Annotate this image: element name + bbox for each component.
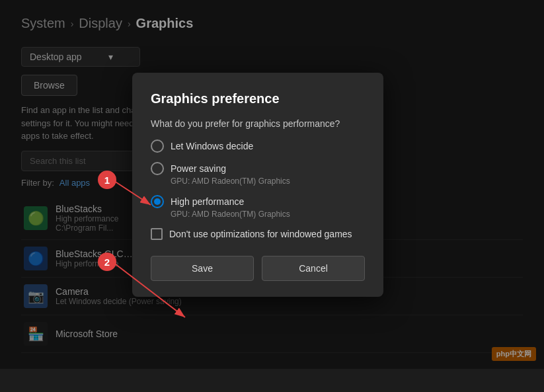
radio-option-high-performance[interactable]: High performance GPU: AMD Radeon(TM) Gra… — [151, 195, 365, 219]
graphics-preference-dialog: Graphics preference What do you prefer f… — [132, 73, 383, 297]
annotation-circle-1: 1 — [98, 171, 116, 189]
radio-power-saving[interactable] — [151, 162, 164, 175]
radio-sub-power-saving: GPU: AMD Radeon(TM) Graphics — [171, 176, 365, 186]
dialog-title: Graphics preference — [151, 91, 365, 106]
radio-sub-high-performance: GPU: AMD Radeon(TM) Graphics — [171, 210, 365, 219]
windowed-games-label: Don't use optimizations for windowed gam… — [169, 229, 352, 239]
annotation-circle-2: 2 — [98, 253, 116, 271]
radio-label-high-performance: High performance — [171, 196, 244, 207]
dialog-buttons: Save Cancel — [151, 256, 365, 281]
save-button[interactable]: Save — [151, 256, 254, 281]
radio-label-power-saving: Power saving — [171, 163, 226, 174]
radio-label-windows-decide: Let Windows decide — [171, 141, 253, 151]
windowed-games-checkbox[interactable] — [151, 228, 163, 240]
dialog-question: What do you prefer for graphics performa… — [151, 118, 365, 129]
radio-option-power-saving[interactable]: Power saving GPU: AMD Radeon(TM) Graphic… — [151, 162, 365, 186]
cancel-button[interactable]: Cancel — [262, 256, 365, 281]
radio-option-windows-decide[interactable]: Let Windows decide — [151, 139, 365, 153]
radio-high-performance[interactable] — [151, 195, 164, 208]
windowed-games-checkbox-row[interactable]: Don't use optimizations for windowed gam… — [151, 228, 365, 240]
radio-windows-decide[interactable] — [151, 139, 164, 153]
